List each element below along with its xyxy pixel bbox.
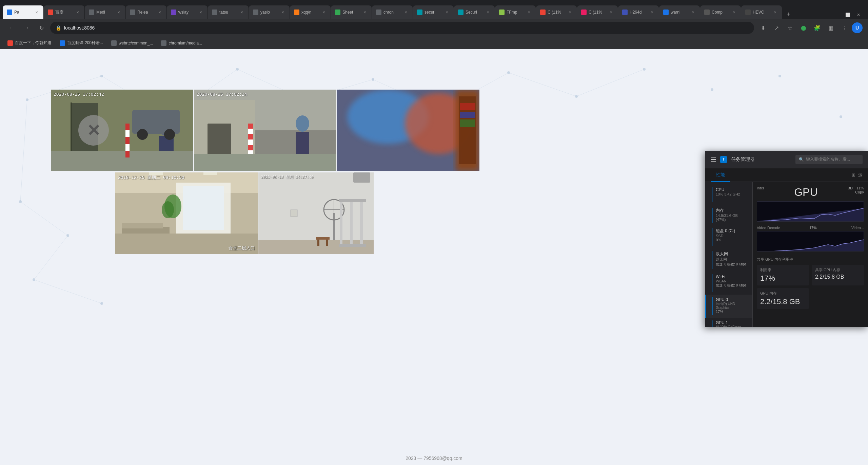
window-maximize-button[interactable]: ⬜ <box>844 11 852 19</box>
tm-tab-performance[interactable]: 性能 <box>711 168 730 182</box>
bookmark-chromium[interactable]: chromium/media... <box>158 38 205 48</box>
tab-ffmpeg[interactable]: FFmp ✕ <box>495 5 536 19</box>
tab-label-securi2: Securi <box>466 10 477 15</box>
tab-comp[interactable]: Comp ✕ <box>700 5 741 19</box>
tab-close-xqq[interactable]: ✕ <box>321 10 327 15</box>
svg-rect-90 <box>317 240 319 246</box>
tab-wslay[interactable]: wslay ✕ <box>167 5 208 19</box>
tab-securi2[interactable]: Securi ✕ <box>454 5 495 19</box>
tab-hevc[interactable]: HEVC ✕ <box>741 5 782 19</box>
nav-forward-button[interactable]: → <box>20 22 33 34</box>
tm-sidebar: CPU 10% 3.42 GHz 内存 14.9/31.6 GB (47%) <box>705 182 753 327</box>
tab-c11k1[interactable]: C (11% ✕ <box>536 5 577 19</box>
tm-videodecode-title-row: Video Decode 17% Video... <box>757 226 864 230</box>
tm-sidebar-disk[interactable]: 磁盘 0 (C:) SSD 0% <box>705 225 752 248</box>
tm-stats-grid: 利用率 17% 共享 GPU 内存 2.2/15.8 GB GPU 内存 2.2… <box>757 265 864 309</box>
tab-xqq[interactable]: xqq/n ✕ <box>290 5 331 19</box>
tab-close-securi1[interactable]: ✕ <box>444 10 450 15</box>
tm-gpu0-label: GPU 0 <box>716 297 747 302</box>
menu-button[interactable]: ⋮ <box>838 22 850 34</box>
svg-point-16 <box>100 302 103 305</box>
nav-back-button[interactable]: ← <box>5 22 18 34</box>
tab-close-ffmpeg[interactable]: ✕ <box>526 10 532 15</box>
tab-close-tatsu[interactable]: ✕ <box>239 10 244 15</box>
tab-h264[interactable]: H264d ✕ <box>618 5 659 19</box>
tab-close-chron[interactable]: ✕ <box>403 10 409 15</box>
tab-close-wslay[interactable]: ✕ <box>198 10 203 15</box>
tm-sidebar-cpu[interactable]: CPU 10% 3.42 GHz <box>705 185 752 205</box>
tm-gpu-title-area: GPU <box>794 186 817 199</box>
task-manager-panel: T 任务管理器 🔍 键入要搜索的名称、发... 性能 ⊞ 运 <box>705 151 868 327</box>
tab-media[interactable]: Medi ✕ <box>85 5 125 19</box>
tm-sidebar-gpu0[interactable]: GPU 0 Intel(R) UHD Graphics 17% <box>705 295 752 318</box>
address-bar[interactable]: 🔒 localhost:8086 <box>50 22 754 34</box>
nav-reload-button[interactable]: ↻ <box>35 22 47 34</box>
profile-button[interactable]: U <box>852 22 863 33</box>
video-feed-3 <box>337 90 479 171</box>
tm-sidebar-memory[interactable]: 内存 14.9/31.6 GB (47%) <box>705 205 752 225</box>
tab-close-sheet[interactable]: ✕ <box>362 10 368 15</box>
svg-rect-86 <box>339 199 366 202</box>
video-timestamp-4: 2018-12-25 星期二 09:10:50 <box>118 174 184 181</box>
svg-rect-75 <box>203 172 217 175</box>
tab-label-media: Medi <box>96 10 105 15</box>
tab-close-securi2[interactable]: ✕ <box>485 10 491 15</box>
bookmark-button[interactable]: ☆ <box>784 22 796 34</box>
tab-close-pa[interactable]: ✕ <box>34 10 39 15</box>
tab-close-comp[interactable]: ✕ <box>731 10 737 15</box>
tab-c11k2[interactable]: C (11% ✕ <box>577 5 618 19</box>
tab-close-baidu[interactable]: ✕ <box>75 10 80 15</box>
tm-gpu0-sub: Intel(R) UHD Graphics <box>716 302 747 310</box>
tm-sidebar-gpu1[interactable]: GPU 1 NVIDIA GeForce RT... 0% (63 °C) <box>705 318 752 327</box>
profile-sync-button[interactable]: ⬤ <box>797 22 810 34</box>
tab-close-release[interactable]: ✕ <box>157 10 162 15</box>
tm-menu-button[interactable] <box>711 157 716 162</box>
tab-favicon-c11k1 <box>540 10 546 15</box>
share-button[interactable]: ↗ <box>770 22 783 34</box>
tm-gpu1-label: GPU 1 <box>716 320 747 325</box>
tm-3d-value: 11% <box>856 186 864 190</box>
tab-close-c11k2[interactable]: ✕ <box>608 10 614 15</box>
tm-sidebar-wifi[interactable]: Wi-Fi WLAN 发送: 0 接收: 0 Kbps <box>705 272 752 295</box>
bookmark-translate[interactable]: 百度翻译-200种语... <box>56 38 106 48</box>
svg-rect-91 <box>326 240 328 246</box>
tab-tatsu[interactable]: tatsu ✕ <box>208 5 249 19</box>
tab-securi1[interactable]: securi ✕ <box>413 5 454 19</box>
tab-favicon-securi2 <box>458 10 463 15</box>
download-button[interactable]: ⬇ <box>757 22 769 34</box>
sidebar-button[interactable]: ▦ <box>825 22 837 34</box>
tab-close-yasio[interactable]: ✕ <box>280 10 285 15</box>
tab-sheet[interactable]: Sheet ✕ <box>331 5 372 19</box>
tab-favicon-hevc <box>745 10 751 15</box>
tm-sidebar-ethernet[interactable]: 以太网 以太网 发送: 0 接收: 0 Kbps <box>705 248 752 272</box>
tab-close-c11k1[interactable]: ✕ <box>567 10 573 15</box>
tab-release[interactable]: Relea ✕ <box>126 5 166 19</box>
svg-rect-92 <box>353 172 370 183</box>
tab-baidu[interactable]: 百度 ✕ <box>44 5 84 19</box>
bookmark-favicon-chromium <box>161 40 166 46</box>
extensions-button[interactable]: 🧩 <box>811 22 823 34</box>
tab-close-h264[interactable]: ✕ <box>649 10 655 15</box>
bookmark-baidu[interactable]: 百度一下，你就知道 <box>4 38 55 48</box>
tm-disk-sub: SSD <box>716 234 735 238</box>
tab-warn[interactable]: warni ✕ <box>659 5 700 19</box>
tab-label-chron: chron <box>383 10 394 15</box>
tab-pa[interactable]: Pa ✕ <box>3 5 43 19</box>
svg-point-14 <box>66 234 69 237</box>
svg-point-49 <box>296 115 309 132</box>
tab-close-media[interactable]: ✕ <box>116 10 121 15</box>
svg-point-12 <box>840 115 842 118</box>
video-bg-svg-2 <box>194 90 336 171</box>
tab-close-hevc[interactable]: ✕ <box>772 10 778 15</box>
window-close-button[interactable]: ✕ <box>854 11 863 19</box>
svg-point-11 <box>778 75 781 77</box>
tab-chron[interactable]: chron ✕ <box>372 5 413 19</box>
bookmark-webrtc[interactable]: webrtc/common_... <box>108 38 156 48</box>
window-minimize-button[interactable]: — <box>833 11 841 19</box>
tab-yasio[interactable]: yasio ✕ <box>249 5 290 19</box>
tm-search-box[interactable]: 🔍 键入要搜索的名称、发... <box>795 155 863 164</box>
new-tab-button[interactable]: + <box>784 10 793 19</box>
tab-favicon-chron <box>376 10 381 15</box>
bookmark-favicon-translate <box>60 40 65 46</box>
tab-close-warn[interactable]: ✕ <box>690 10 696 15</box>
